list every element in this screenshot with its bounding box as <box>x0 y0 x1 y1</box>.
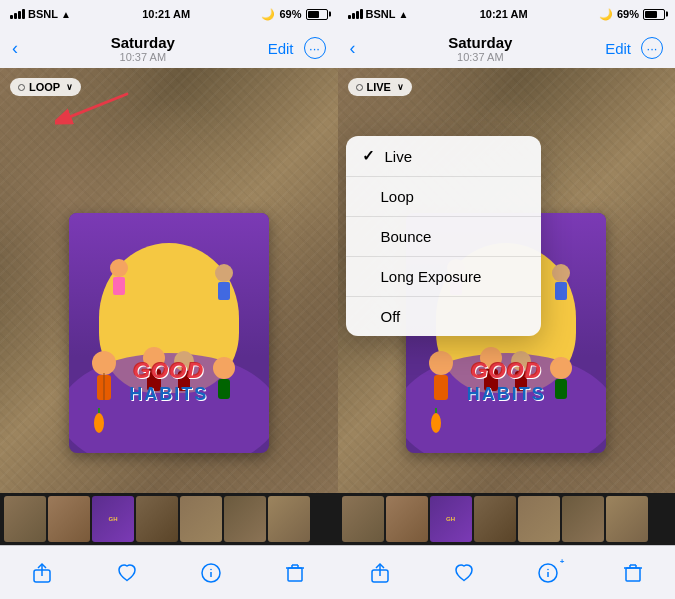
menu-item-bounce[interactable]: Bounce <box>346 217 541 257</box>
back-chevron-right: ‹ <box>350 38 356 59</box>
heart-button-right[interactable] <box>444 553 484 593</box>
film-thumb-r7[interactable] <box>606 496 648 542</box>
book-title-right: GOOD <box>406 359 606 383</box>
trash-button-right[interactable] <box>613 553 653 593</box>
live-dropdown-menu: ✓ Live Loop Bounce Long Exposure Off <box>346 136 541 336</box>
trash-icon-right <box>622 562 644 584</box>
film-thumb-r3[interactable]: GH <box>430 496 472 542</box>
svg-point-14 <box>215 264 233 282</box>
film-thumb-r5[interactable] <box>518 496 560 542</box>
status-left-right: BSNL ▲ <box>348 8 409 20</box>
photo-area-right: LIVE ∨ ✓ Live Loop Bounce Long Exposure <box>338 68 676 493</box>
nav-subtitle-left: 10:37 AM <box>111 51 175 63</box>
menu-off-label: Off <box>381 308 401 325</box>
carpet-bg-right: LIVE ∨ ✓ Live Loop Bounce Long Exposure <box>338 68 676 493</box>
checkmark-icon: ✓ <box>362 147 375 165</box>
heart-icon <box>116 562 138 584</box>
svg-point-12 <box>110 259 128 277</box>
svg-point-16 <box>94 413 104 433</box>
carpet-bg-left: LOOP ∨ <box>0 68 338 493</box>
film-thumb-6[interactable] <box>224 496 266 542</box>
signal-bar-r2 <box>352 13 355 19</box>
signal-bar-1 <box>10 15 13 19</box>
book-characters <box>69 213 269 453</box>
nav-title-left: Saturday <box>111 34 175 51</box>
film-thumb-r2[interactable] <box>386 496 428 542</box>
edit-button-left[interactable]: Edit <box>268 40 294 57</box>
edit-button-right[interactable]: Edit <box>605 40 631 57</box>
heart-icon-right <box>453 562 475 584</box>
menu-item-long-exposure[interactable]: Long Exposure <box>346 257 541 297</box>
live-badge[interactable]: LIVE ∨ <box>348 78 412 96</box>
trash-button-left[interactable] <box>275 553 315 593</box>
battery-pct-left: 69% <box>279 8 301 20</box>
share-icon <box>31 562 53 584</box>
filmstrip-left: GH <box>0 493 338 545</box>
wifi-icon-right: ▲ <box>398 9 408 20</box>
status-right-right: 🌙 69% <box>599 8 665 21</box>
status-left: BSNL ▲ <box>10 8 71 20</box>
status-right-left: 🌙 69% <box>261 8 327 21</box>
svg-point-22 <box>210 568 212 570</box>
share-icon-right <box>369 562 391 584</box>
plus-badge: + <box>560 557 565 566</box>
signal-bar-r3 <box>356 11 359 19</box>
menu-long-exposure-label: Long Exposure <box>381 268 482 285</box>
signal-bar-r1 <box>348 15 351 19</box>
film-thumb-r4[interactable] <box>474 496 516 542</box>
nav-title-block-right: Saturday 10:37 AM <box>448 34 512 63</box>
info-button-left[interactable] <box>191 553 231 593</box>
filmstrip-right: GH <box>338 493 676 545</box>
live-label: LIVE <box>367 81 391 93</box>
red-arrow-icon <box>55 86 135 126</box>
moon-icon-left: 🌙 <box>261 8 275 21</box>
info-plus-button-right[interactable]: + <box>528 553 568 593</box>
film-thumb-3[interactable]: GH <box>92 496 134 542</box>
nav-bar-left: ‹ Saturday 10:37 AM Edit ··· <box>0 28 338 68</box>
film-thumb-2[interactable] <box>48 496 90 542</box>
signal-bar-3 <box>18 11 21 19</box>
signal-bar-2 <box>14 13 17 19</box>
film-thumb-7[interactable] <box>268 496 310 542</box>
ellipsis-icon-right: ··· <box>647 41 658 56</box>
right-panel: BSNL ▲ 10:21 AM 🌙 69% ‹ Saturday 10:37 A… <box>338 0 676 599</box>
film-thumb-1[interactable] <box>4 496 46 542</box>
more-button-left[interactable]: ··· <box>304 37 326 59</box>
film-thumb-r1[interactable] <box>342 496 384 542</box>
carrier-right: BSNL <box>366 8 396 20</box>
status-bar-left: BSNL ▲ 10:21 AM 🌙 69% <box>0 0 338 28</box>
menu-item-live[interactable]: ✓ Live <box>346 136 541 177</box>
share-button-left[interactable] <box>22 553 62 593</box>
left-panel: BSNL ▲ 10:21 AM 🌙 69% ‹ Saturday 10:37 A… <box>0 0 338 599</box>
film-thumb-r6[interactable] <box>562 496 604 542</box>
battery-right <box>643 9 665 20</box>
back-button-left[interactable]: ‹ <box>12 38 18 59</box>
menu-item-loop[interactable]: Loop <box>346 177 541 217</box>
book-subtitle: HABITS <box>69 384 269 405</box>
status-bar-right: BSNL ▲ 10:21 AM 🌙 69% <box>338 0 676 28</box>
menu-bounce-label: Bounce <box>381 228 432 245</box>
svg-rect-48 <box>626 568 640 581</box>
info-plus-icon <box>537 562 559 584</box>
photo-area-left: LOOP ∨ <box>0 68 338 493</box>
ellipsis-icon-left: ··· <box>309 41 320 56</box>
film-thumb-5[interactable] <box>180 496 222 542</box>
signal-bar-r4 <box>360 9 363 19</box>
heart-button-left[interactable] <box>107 553 147 593</box>
back-chevron-left: ‹ <box>12 38 18 59</box>
film-thumb-4[interactable] <box>136 496 178 542</box>
signal-bars <box>10 9 25 19</box>
share-button-right[interactable] <box>360 553 400 593</box>
live-dot-icon <box>18 84 25 91</box>
arrow-overlay <box>55 86 135 130</box>
book-title: GOOD <box>69 359 269 383</box>
back-button-right[interactable]: ‹ <box>350 38 356 59</box>
svg-point-47 <box>548 568 550 570</box>
menu-item-off[interactable]: Off <box>346 297 541 336</box>
bottom-toolbar-left <box>0 545 338 599</box>
live-dot-icon-right <box>356 84 363 91</box>
nav-bar-right: ‹ Saturday 10:37 AM Edit ··· <box>338 28 676 68</box>
more-button-right[interactable]: ··· <box>641 37 663 59</box>
svg-line-1 <box>71 94 127 116</box>
battery-pct-right: 69% <box>617 8 639 20</box>
